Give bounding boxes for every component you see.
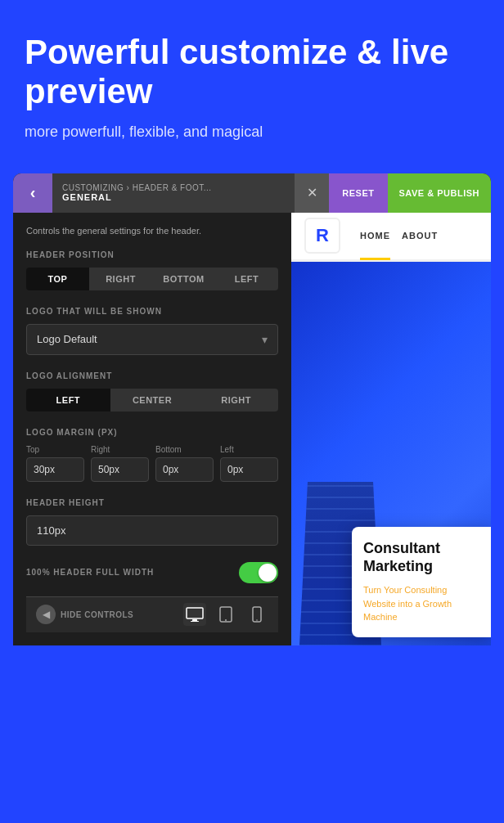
logo-dropdown-wrapper: Logo Default ▾ bbox=[26, 324, 278, 355]
margin-left-input[interactable]: 0px bbox=[220, 457, 278, 482]
preview-nav-links: HOME ABOUT bbox=[360, 231, 438, 241]
preview-image: Consultant Marketing Turn Your Consultin… bbox=[291, 262, 491, 645]
margin-row: Top 30px Right 50px Bottom 0px Left 0px bbox=[26, 445, 278, 482]
svg-rect-1 bbox=[192, 619, 197, 621]
align-left-button[interactable]: LEFT bbox=[26, 389, 110, 412]
margin-bottom-label: Bottom bbox=[155, 445, 214, 454]
dropdown-arrow-icon: ▾ bbox=[262, 333, 268, 346]
hide-controls-button[interactable]: ◀ HIDE CONTROLS bbox=[36, 605, 133, 624]
logo-shown-label: LOGO THAT WILL BE SHOWN bbox=[26, 307, 278, 316]
device-icons-group bbox=[183, 603, 268, 626]
section-label: GENERAL bbox=[62, 192, 285, 202]
margin-bottom-item: Bottom 0px bbox=[155, 445, 214, 482]
header-height-input[interactable]: 110px bbox=[26, 515, 278, 546]
tablet-device-icon[interactable] bbox=[214, 603, 237, 626]
preview-nav: R HOME ABOUT bbox=[291, 213, 491, 262]
close-icon: ✕ bbox=[307, 185, 317, 200]
svg-point-4 bbox=[225, 619, 227, 621]
preview-nav-about: ABOUT bbox=[402, 231, 438, 241]
reset-button[interactable]: RESET bbox=[329, 173, 387, 213]
header-position-label: HEADER POSITION bbox=[26, 250, 278, 259]
full-width-toggle-row: 100% HEADER FULL WIDTH bbox=[26, 562, 278, 583]
margin-top-item: Top 30px bbox=[26, 445, 84, 482]
margin-left-label: Left bbox=[220, 445, 278, 454]
card-title: Consultant Marketing bbox=[363, 540, 479, 575]
logo-dropdown[interactable]: Logo Default ▾ bbox=[26, 324, 278, 355]
position-left-button[interactable]: LEFT bbox=[215, 268, 278, 290]
svg-rect-2 bbox=[191, 621, 199, 622]
back-button[interactable]: ‹ bbox=[13, 173, 52, 213]
hero-section: Powerful customize & live preview more p… bbox=[0, 0, 504, 165]
publish-label: SAVE & PUBLISH bbox=[399, 188, 479, 198]
preview-logo: R bbox=[304, 218, 340, 254]
publish-button[interactable]: SAVE & PUBLISH bbox=[388, 173, 491, 213]
topbar: ‹ CUSTOMIZING › HEADER & FOOT... GENERAL… bbox=[13, 173, 491, 213]
right-preview-panel: R HOME ABOUT Consultant Marketing Turn Y… bbox=[291, 213, 491, 645]
full-width-toggle[interactable] bbox=[239, 562, 278, 583]
breadcrumb: CUSTOMIZING › HEADER & FOOT... bbox=[62, 183, 285, 192]
close-button[interactable]: ✕ bbox=[295, 173, 329, 213]
margin-left-item: Left 0px bbox=[220, 445, 278, 482]
desktop-device-icon[interactable] bbox=[183, 603, 206, 626]
logo-alignment-group: LEFT CENTER RIGHT bbox=[26, 389, 278, 412]
margin-section: LOGO MARGIN (PX) Top 30px Right 50px Bot… bbox=[26, 428, 278, 482]
hide-controls-icon: ◀ bbox=[36, 605, 56, 624]
align-right-button[interactable]: RIGHT bbox=[194, 389, 278, 412]
preview-logo-letter: R bbox=[316, 225, 329, 246]
panel-description: Controls the general settings for the he… bbox=[26, 226, 278, 236]
mobile-device-icon[interactable] bbox=[245, 603, 268, 626]
logo-margin-label: LOGO MARGIN (PX) bbox=[26, 428, 278, 437]
margin-top-input[interactable]: 30px bbox=[26, 457, 84, 482]
align-center-button[interactable]: CENTER bbox=[110, 389, 195, 412]
header-position-group: TOP RIGHT BOTTOM LEFT bbox=[26, 268, 278, 290]
toggle-knob bbox=[259, 564, 277, 582]
full-width-label: 100% HEADER FULL WIDTH bbox=[26, 568, 154, 577]
margin-right-label: Right bbox=[91, 445, 149, 454]
position-top-button[interactable]: TOP bbox=[26, 268, 89, 290]
header-height-section: HEADER HEIGHT 110px bbox=[26, 498, 278, 546]
hide-controls-label: HIDE CONTROLS bbox=[61, 610, 133, 619]
hero-title: Powerful customize & live preview bbox=[25, 33, 479, 112]
back-arrow-icon: ‹ bbox=[30, 183, 36, 202]
position-bottom-button[interactable]: BOTTOM bbox=[152, 268, 215, 290]
hero-subtitle: more powerfull, flexible, and magical bbox=[25, 124, 479, 141]
preview-card: Consultant Marketing Turn Your Consultin… bbox=[352, 527, 491, 637]
margin-right-input[interactable]: 50px bbox=[91, 457, 149, 482]
topbar-title: CUSTOMIZING › HEADER & FOOT... GENERAL bbox=[52, 183, 295, 202]
svg-rect-0 bbox=[187, 608, 203, 618]
reset-label: RESET bbox=[342, 188, 374, 198]
main-content: Controls the general settings for the he… bbox=[13, 213, 491, 645]
preview-nav-home: HOME bbox=[360, 231, 390, 241]
left-panel: Controls the general settings for the he… bbox=[13, 213, 291, 645]
header-height-label: HEADER HEIGHT bbox=[26, 498, 278, 507]
app-window: ‹ CUSTOMIZING › HEADER & FOOT... GENERAL… bbox=[13, 173, 491, 645]
card-text: Turn Your Consulting Website into a Grow… bbox=[363, 583, 479, 624]
margin-top-label: Top bbox=[26, 445, 84, 454]
logo-option-label: Logo Default bbox=[37, 333, 97, 345]
bottom-bar: ◀ HIDE CONTROLS bbox=[26, 596, 278, 632]
logo-alignment-label: LOGO ALIGNMENT bbox=[26, 371, 278, 380]
margin-bottom-input[interactable]: 0px bbox=[155, 457, 214, 482]
position-right-button[interactable]: RIGHT bbox=[89, 268, 152, 290]
margin-right-item: Right 50px bbox=[91, 445, 149, 482]
svg-point-6 bbox=[256, 619, 258, 621]
